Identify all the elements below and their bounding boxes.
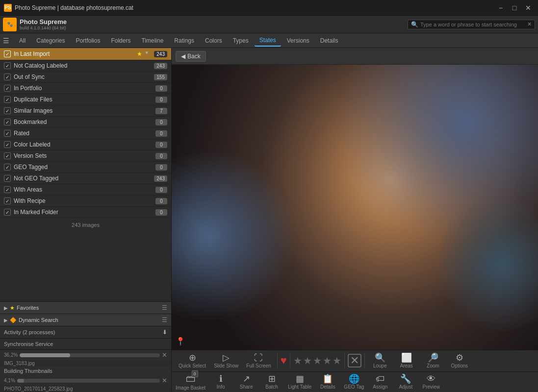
list-item-duplicate-files[interactable]: ✓ Duplicate Files 0 xyxy=(0,94,171,105)
progress-2-close-icon[interactable]: ✕ xyxy=(162,377,167,384)
checkbox-in-marked-folder[interactable]: ✓ xyxy=(4,209,11,216)
count-not-geo-tagged: 243 xyxy=(154,175,167,182)
checkbox-with-recipe[interactable]: ✓ xyxy=(4,197,11,204)
checkbox-bookmarked[interactable]: ✓ xyxy=(4,119,11,125)
sync-bar: Synchronise Service xyxy=(0,339,171,350)
list-item-rated[interactable]: ✓ Rated 0 xyxy=(0,128,171,139)
tab-timeline[interactable]: Timeline xyxy=(136,35,168,46)
light-table-button[interactable]: ▦ Light Table xyxy=(285,373,314,391)
tab-types[interactable]: Types xyxy=(228,35,254,46)
list-item-version-sets[interactable]: ✓ Version Sets 0 xyxy=(0,150,171,162)
star-2-icon[interactable]: ★ xyxy=(303,355,312,367)
activity-download-icon[interactable]: ⬇ xyxy=(162,329,167,336)
favorites-menu-icon[interactable]: ☰ xyxy=(162,304,167,311)
tab-details[interactable]: Details xyxy=(315,35,343,46)
geo-tag-button[interactable]: 🌐 GEO Tag xyxy=(341,373,367,391)
location-pin-icon[interactable]: 📍 xyxy=(176,337,185,346)
adjust-icon: 🔧 xyxy=(400,374,411,383)
star-3-icon[interactable]: ★ xyxy=(313,355,322,367)
checkbox-rated[interactable]: ✓ xyxy=(4,130,11,137)
info-button[interactable]: ℹ Info xyxy=(208,373,233,391)
list-item-in-portfolio[interactable]: ✓ In Portfolio 0 xyxy=(0,83,171,94)
tab-all[interactable]: All xyxy=(14,35,30,46)
zoom-button[interactable]: 🔎 Zoom xyxy=(421,352,445,369)
list-item-in-marked-folder[interactable]: ✓ In Marked Folder 0 xyxy=(0,207,171,218)
progress-1-close-icon[interactable]: ✕ xyxy=(162,351,167,359)
reject-icon[interactable]: ✕ xyxy=(348,354,361,368)
checkbox-with-areas[interactable]: ✓ xyxy=(4,186,11,193)
star-1-icon[interactable]: ★ xyxy=(293,355,302,367)
tab-portfolios[interactable]: Portfolios xyxy=(71,35,105,46)
checkbox-similar-images[interactable]: ✓ xyxy=(4,107,11,114)
tab-states[interactable]: States xyxy=(255,35,281,47)
list-item-color-labeled[interactable]: ✓ Color Labeled 0 xyxy=(0,139,171,150)
details-button[interactable]: 📋 Details xyxy=(315,373,340,391)
assign-button[interactable]: 🏷 Assign xyxy=(368,373,392,391)
checkbox-in-last-import[interactable]: ✓ xyxy=(4,50,11,57)
checkbox-not-geo-tagged[interactable]: ✓ xyxy=(4,175,11,182)
batch-button[interactable]: ⊞ Batch xyxy=(259,373,284,391)
list-item-bookmarked[interactable]: ✓ Bookmarked 0 xyxy=(0,117,171,128)
count-color-labeled: 0 xyxy=(155,142,167,148)
back-bar: ◀ Back xyxy=(172,48,538,65)
list-item-with-recipe[interactable]: ✓ With Recipe 0 xyxy=(0,196,171,207)
sidebar-list: ✓ In Last Import ★ ▼ 243 ✓ Not Catalog L… xyxy=(0,48,171,301)
loupe-button[interactable]: 🔍 Loupe xyxy=(368,352,392,369)
tab-colors[interactable]: Colors xyxy=(200,35,227,46)
hamburger-icon[interactable]: ☰ xyxy=(3,37,9,45)
item-label-bookmarked: Bookmarked xyxy=(14,119,155,125)
minimize-button[interactable]: − xyxy=(495,2,507,14)
dynamic-search-panel-header[interactable]: ▶ 🔶 Dynamic Search ☰ xyxy=(0,314,171,326)
quick-select-button[interactable]: ⊕ Quick Select xyxy=(176,352,209,369)
preview-button[interactable]: 👁 Preview xyxy=(419,373,443,391)
progress-1-filename: IMG_3183.jpg xyxy=(0,360,171,367)
star-5-icon[interactable]: ★ xyxy=(333,355,341,367)
tab-versions[interactable]: Versions xyxy=(282,35,314,46)
window-title: Photo Supreme | database photosupreme.ca… xyxy=(15,4,495,11)
search-input[interactable] xyxy=(420,22,527,27)
full-screen-button[interactable]: ⛶ Full Screen xyxy=(243,352,274,369)
adjust-button[interactable]: 🔧 Adjust xyxy=(393,373,418,391)
tab-categories[interactable]: Categories xyxy=(31,35,70,46)
assign-icon: 🏷 xyxy=(376,374,384,383)
areas-button[interactable]: ⬜ Areas xyxy=(394,352,419,369)
checkbox-in-portfolio[interactable]: ✓ xyxy=(4,85,11,92)
list-item-out-of-sync[interactable]: ✓ Out of Sync 155 xyxy=(0,72,171,83)
toolbar-separator-3 xyxy=(344,353,345,368)
image-basket-button[interactable]: 🗃 0 Image Basket xyxy=(174,372,207,392)
checkbox-out-of-sync[interactable]: ✓ xyxy=(4,74,11,80)
close-button[interactable]: ✕ xyxy=(522,2,534,14)
list-item-similar-images[interactable]: ✓ Similar Images 7 xyxy=(0,105,171,117)
progress-bar-1-container xyxy=(20,353,160,357)
areas-icon: ⬜ xyxy=(401,353,412,362)
tab-ratings[interactable]: Ratings xyxy=(169,35,199,46)
list-item-not-geo-tagged[interactable]: ✓ Not GEO Tagged 243 xyxy=(0,173,171,184)
star-4-icon[interactable]: ★ xyxy=(323,355,332,367)
dynamic-search-menu-icon[interactable]: ☰ xyxy=(162,317,167,323)
list-item-geo-tagged[interactable]: ✓ GEO Tagged 0 xyxy=(0,162,171,173)
checkbox-color-labeled[interactable]: ✓ xyxy=(4,141,11,148)
count-duplicate-files: 0 xyxy=(155,97,167,103)
options-button[interactable]: ⚙ Options xyxy=(447,352,472,369)
checkbox-geo-tagged[interactable]: ✓ xyxy=(4,164,11,171)
preview-label: Preview xyxy=(423,384,440,390)
preview-icon: 👁 xyxy=(427,374,436,383)
list-item-not-catalog-labeled[interactable]: ✓ Not Catalog Labeled 243 xyxy=(0,60,171,72)
quick-select-icon: ⊕ xyxy=(189,353,196,362)
back-button[interactable]: ◀ Back xyxy=(176,51,206,62)
light-table-label: Light Table xyxy=(288,384,311,390)
search-clear-icon[interactable]: ✕ xyxy=(527,21,532,27)
search-box[interactable]: 🔍 ✕ xyxy=(408,20,535,29)
checkbox-version-sets[interactable]: ✓ xyxy=(4,152,11,159)
list-item-with-areas[interactable]: ✓ With Areas 0 xyxy=(0,184,171,196)
tab-folders[interactable]: Folders xyxy=(106,35,135,46)
heart-icon[interactable]: ♥ xyxy=(281,354,287,367)
checkbox-not-catalog-labeled[interactable]: ✓ xyxy=(4,62,11,69)
slide-show-button[interactable]: ▷ Slide Show xyxy=(211,352,241,369)
slide-show-label: Slide Show xyxy=(214,363,238,368)
favorites-panel-header[interactable]: ▶ ★ Favorites ☰ xyxy=(0,302,171,314)
share-button[interactable]: ↗ Share xyxy=(234,373,258,391)
maximize-button[interactable]: □ xyxy=(509,2,520,14)
list-item-in-last-import[interactable]: ✓ In Last Import ★ ▼ 243 xyxy=(0,48,171,60)
checkbox-duplicate-files[interactable]: ✓ xyxy=(4,96,11,103)
